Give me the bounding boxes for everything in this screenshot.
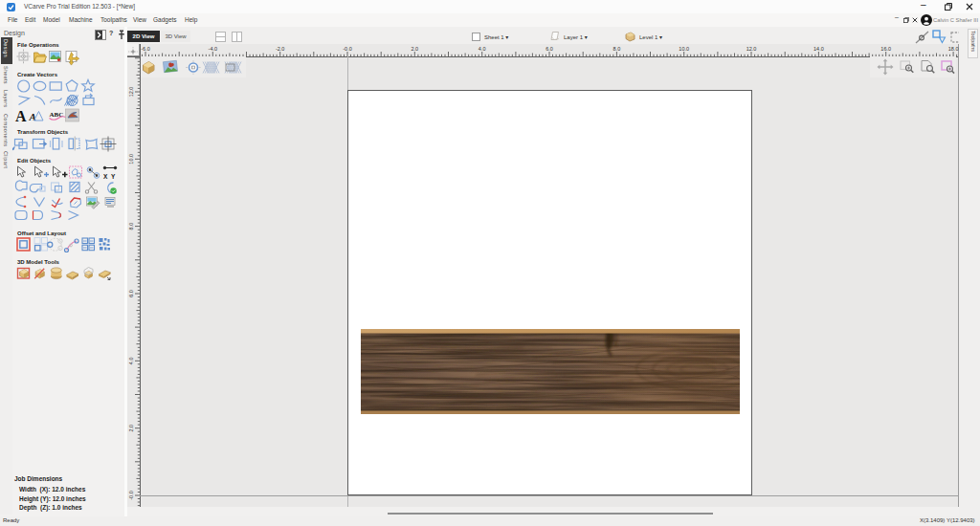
svg-text:6.0: 6.0 xyxy=(546,46,553,52)
svg-text:X: X xyxy=(103,173,108,180)
svg-text:-0.0: -0.0 xyxy=(343,46,351,52)
svg-text:-4.0: -4.0 xyxy=(209,46,217,52)
svg-text:-6.0: -6.0 xyxy=(141,46,149,52)
svg-text:-2.0: -2.0 xyxy=(276,46,284,52)
svg-text:4.0: 4.0 xyxy=(479,46,486,52)
svg-text:A: A xyxy=(15,108,27,124)
svg-text:10.0: 10.0 xyxy=(679,46,689,52)
svg-text:4.0: 4.0 xyxy=(128,357,134,364)
svg-text:6.0: 6.0 xyxy=(128,290,134,297)
svg-text:8.0: 8.0 xyxy=(128,223,134,230)
svg-text:Y: Y xyxy=(111,173,116,180)
svg-text:8.0: 8.0 xyxy=(613,46,621,52)
svg-text:10.0: 10.0 xyxy=(128,154,134,164)
svg-text:12.0: 12.0 xyxy=(746,46,757,52)
svg-text:18.0: 18.0 xyxy=(948,46,959,52)
svg-text:2.0: 2.0 xyxy=(128,425,134,432)
svg-text:-0.0: -0.0 xyxy=(128,491,134,499)
svg-text:12.0: 12.0 xyxy=(128,87,134,98)
svg-text:14.0: 14.0 xyxy=(813,46,824,52)
svg-text:16.0: 16.0 xyxy=(880,46,891,52)
svg-text:2.0: 2.0 xyxy=(411,46,418,52)
